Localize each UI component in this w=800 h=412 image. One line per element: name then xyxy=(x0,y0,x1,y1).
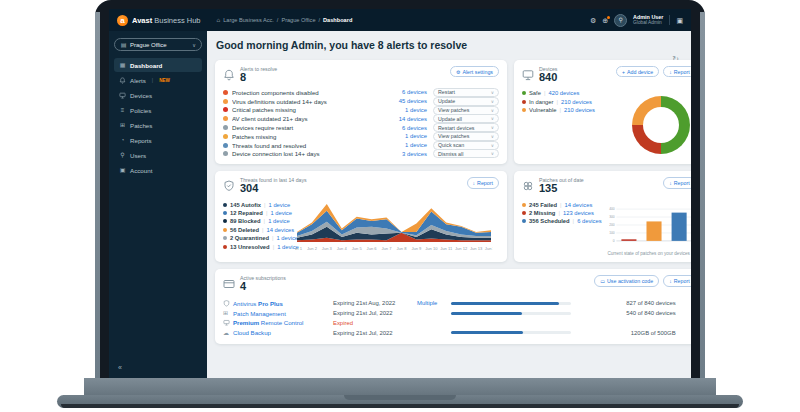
legend-devices-link[interactable]: 210 devices xyxy=(561,99,592,105)
devices-card-header: Devices 840 +Add device ↓Report xyxy=(522,66,691,85)
alert-action-select[interactable]: View patches∨ xyxy=(433,132,499,141)
legend-item: 2 Missing|123 devices xyxy=(522,209,602,217)
devices-card-meta: Devices 840 xyxy=(539,66,557,84)
sidebar-collapse-button[interactable]: « xyxy=(114,362,202,373)
legend-label: Safe xyxy=(529,90,541,96)
svg-text:300: 300 xyxy=(609,216,615,220)
sidebar-spacer xyxy=(114,178,202,362)
subscription-extra-link[interactable]: Multiple xyxy=(417,300,451,306)
alert-devices-link[interactable]: 1 device xyxy=(405,133,427,139)
name-bold: Pro Plus xyxy=(258,300,283,307)
remote-control-icon xyxy=(223,319,233,326)
threats-report-button[interactable]: ↓Report xyxy=(467,177,499,188)
svg-text:Jun 1: Jun 1 xyxy=(295,246,303,251)
alert-action-select[interactable]: Quick scan∨ xyxy=(433,141,499,150)
alert-severity-icon xyxy=(223,143,228,148)
alert-action-select[interactable]: Restart∨ xyxy=(433,88,499,97)
cloud-icon: ☁ xyxy=(223,330,233,336)
sidebar-item-devices[interactable]: Devices xyxy=(114,88,202,102)
org-label: Prague Office xyxy=(130,42,167,48)
subscription-name-link[interactable]: Cloud Backup xyxy=(233,329,333,336)
building-icon: ▤ xyxy=(120,42,127,48)
legend-devices-link[interactable]: 210 devices xyxy=(564,107,595,113)
alert-devices-link[interactable]: 6 devices xyxy=(402,89,427,95)
svg-text:Jun 6: Jun 6 xyxy=(367,246,378,251)
sidebar-item-dashboard[interactable]: ▦ Dashboard xyxy=(114,58,202,72)
subscription-usage-text: 827 of 840 devices xyxy=(626,300,691,306)
alert-action-select[interactable]: Restart devices∨ xyxy=(433,123,499,132)
alert-action-select[interactable]: Update∨ xyxy=(433,97,499,106)
avatar[interactable]: ⚲ xyxy=(614,14,627,27)
add-device-button[interactable]: +Add device xyxy=(616,66,659,77)
alert-row: Threats found and resolved1 deviceQuick … xyxy=(223,141,499,150)
legend-devices-link[interactable]: 14 devices xyxy=(267,227,295,233)
laptop-frame: a Avast Business Hub ⌂ Large Business Ac… xyxy=(95,0,705,378)
legend-label: 13 Unresolved xyxy=(230,244,270,250)
alert-action-select[interactable]: Update all∨ xyxy=(433,114,499,123)
legend-dot xyxy=(223,211,227,215)
alert-action-select[interactable]: Dismiss all∨ xyxy=(433,149,499,158)
subscription-name-link[interactable]: Antivirus Pro Plus xyxy=(233,300,333,307)
subscriptions-report-button[interactable]: ↓Report xyxy=(663,275,691,286)
legend-devices-link[interactable]: 420 devices xyxy=(548,90,579,96)
patches-body: 245 Failed|14 devices 2 Missing|123 devi… xyxy=(522,200,691,256)
legend-dot xyxy=(223,203,227,207)
alerts-card-buttons: ⚙Alert settings xyxy=(450,66,499,77)
legend-devices-link[interactable]: 14 devices xyxy=(565,202,593,208)
name-bold: Premium xyxy=(233,319,259,326)
home-icon[interactable]: ⌂ xyxy=(217,17,221,23)
legend-devices-link[interactable]: 1 device xyxy=(269,202,291,208)
help-book-icon[interactable]: ▣ xyxy=(676,17,683,24)
breadcrumb-account[interactable]: Large Business Acc. xyxy=(223,17,274,23)
alert-devices-link[interactable]: 1 device xyxy=(405,142,427,148)
chevron-down-icon: ∨ xyxy=(491,108,494,113)
alert-devices-link[interactable]: 14 devices xyxy=(399,116,427,122)
svg-text:Jun 14: Jun 14 xyxy=(485,246,493,251)
legend-item: 356 Scheduled|6 devices xyxy=(522,217,602,225)
svg-text:Jun 4: Jun 4 xyxy=(337,246,348,251)
sidebar-item-account[interactable]: ▣ Account xyxy=(114,163,202,177)
patches-report-button[interactable]: ↓Report xyxy=(663,177,691,188)
subscriptions-card-header: Active subscriptions 4 ▭Use activation c… xyxy=(223,275,691,294)
alert-action-select[interactable]: View patches∨ xyxy=(433,106,499,115)
legend-devices-link[interactable]: 123 devices xyxy=(563,210,594,216)
alert-devices-link[interactable]: 1 device xyxy=(405,107,427,113)
svg-text:400: 400 xyxy=(609,208,615,212)
alert-row: Virus definitions outdated 14+ days45 de… xyxy=(223,97,499,106)
org-selector[interactable]: ▤ Prague Office ∨ xyxy=(114,38,202,51)
breadcrumb-site[interactable]: Prague Office xyxy=(281,17,315,23)
sidebar-item-alerts[interactable]: Alerts | NEW xyxy=(114,73,202,87)
alert-devices-link[interactable]: 6 devices xyxy=(402,125,427,131)
devices-report-button[interactable]: ↓Report xyxy=(663,66,691,77)
topbar-divider xyxy=(669,15,670,25)
alerts-card: Alerts to resolve 8 ⚙Alert settings Prot… xyxy=(215,60,507,164)
alert-label: Virus definitions outdated 14+ days xyxy=(232,98,399,105)
sidebar-item-reports[interactable]: ◔ Reports xyxy=(114,133,202,147)
shield-icon xyxy=(223,178,235,196)
sidebar-item-patches[interactable]: ⊞ Patches xyxy=(114,118,202,132)
sidebar-item-policies[interactable]: ≡ Policies xyxy=(114,103,202,117)
subscription-name-link[interactable]: Patch Management xyxy=(233,310,333,317)
legend-divider: | xyxy=(264,218,266,224)
patches-card-buttons: ↓Report xyxy=(663,177,691,188)
app-window: a Avast Business Hub ⌂ Large Business Ac… xyxy=(109,9,691,378)
alert-settings-button[interactable]: ⚙Alert settings xyxy=(450,66,499,77)
alert-devices-link[interactable]: 3 devices xyxy=(402,151,427,157)
chevron-down-icon: ∨ xyxy=(491,99,494,104)
topbar-right: ⚙ ⊕ ⚲ Admin User Global Admin ▣ xyxy=(590,14,683,27)
alert-devices-link[interactable]: 45 devices xyxy=(399,98,427,104)
subscription-name-link[interactable]: Premium Remote Control xyxy=(233,319,333,326)
legend-devices-link[interactable]: 6 devices xyxy=(577,218,602,224)
legend-devices-link[interactable]: 1 device xyxy=(268,218,290,224)
user-block[interactable]: Admin User Global Admin xyxy=(633,14,663,26)
legend-dot xyxy=(522,219,526,223)
threats-card-buttons: ↓Report xyxy=(467,177,499,188)
use-activation-code-button[interactable]: ▭Use activation code xyxy=(594,275,659,286)
sidebar-item-users[interactable]: ⚲ Users xyxy=(114,148,202,162)
subscriptions-card-meta: Active subscriptions 4 xyxy=(240,275,286,293)
legend-devices-link[interactable]: 1 device xyxy=(270,210,292,216)
gear-icon[interactable]: ⚙ xyxy=(590,17,596,24)
notifications-icon[interactable]: ⊕ xyxy=(602,17,608,24)
legend-item: 145 Autofix|1 device xyxy=(223,200,295,208)
button-label: Report xyxy=(674,180,690,186)
